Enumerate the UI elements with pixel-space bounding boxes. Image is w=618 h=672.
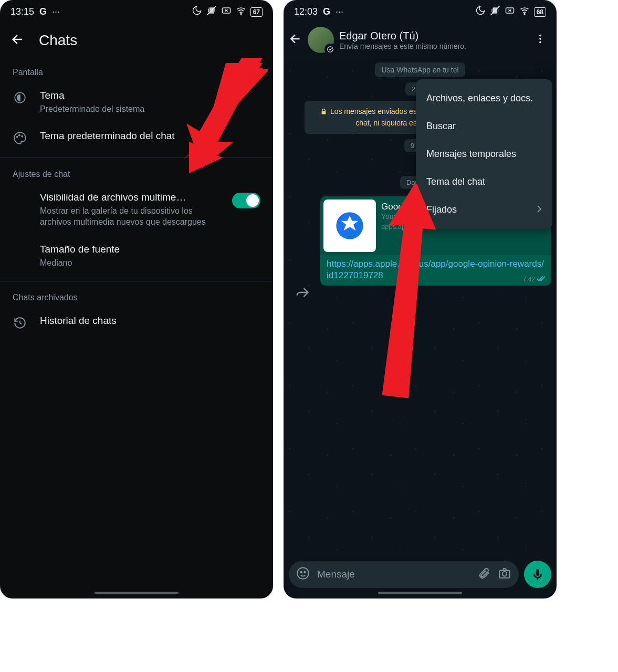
chat-name: Edgar Otero (Tú) xyxy=(339,30,525,42)
svg-point-4 xyxy=(17,136,18,138)
menu-item-search[interactable]: Buscar xyxy=(416,112,552,140)
chat-header-text[interactable]: Edgar Otero (Tú) Envía mensajes a este m… xyxy=(339,30,525,50)
moon-icon xyxy=(475,5,486,18)
input-placeholder: Mensaje xyxy=(317,569,470,580)
brightness-icon xyxy=(13,89,27,104)
svg-point-6 xyxy=(22,136,23,137)
signal-x-icon xyxy=(505,5,515,18)
status-bar: 12:03 G ··· 68 xyxy=(284,0,557,22)
message-time: 7:42 xyxy=(523,276,546,284)
svg-point-12 xyxy=(328,47,333,52)
attach-icon[interactable] xyxy=(478,567,490,582)
svg-point-14 xyxy=(539,38,541,40)
section-archivados: Chats archivados Historial de chats xyxy=(0,287,273,337)
setting-sub: Mediano xyxy=(40,257,260,269)
back-icon[interactable] xyxy=(289,32,302,48)
status-time: 12:03 xyxy=(294,6,318,17)
svg-point-5 xyxy=(19,135,20,136)
more-menu-icon[interactable] xyxy=(530,29,550,51)
wifi-icon xyxy=(519,5,530,18)
self-badge-icon xyxy=(324,44,336,55)
chat-header: Edgar Otero (Tú) Envía mensajes a este m… xyxy=(284,22,557,58)
svg-point-21 xyxy=(502,572,507,576)
setting-sub: Mostrar en la galería de tu dispositivo … xyxy=(40,205,219,228)
history-icon xyxy=(13,314,27,330)
message-input[interactable]: Mensaje xyxy=(289,561,519,588)
google-icon: G xyxy=(39,6,47,17)
setting-historial[interactable]: Historial de chats xyxy=(0,307,273,337)
setting-visibilidad[interactable]: Visibilidad de archivos multime… Mostrar… xyxy=(0,183,273,235)
signal-x-icon xyxy=(221,5,232,18)
nav-pill xyxy=(378,592,462,594)
forward-icon[interactable] xyxy=(295,285,310,302)
toggle-on[interactable] xyxy=(232,193,260,208)
wifi-icon xyxy=(236,5,246,18)
chat-subtitle: Envía mensajes a este mismo número. xyxy=(339,42,525,50)
avatar[interactable] xyxy=(308,27,334,53)
setting-title: Tamaño de fuente xyxy=(40,243,260,256)
vibrate-off-icon xyxy=(490,5,500,18)
read-ticks-icon xyxy=(537,276,546,284)
menu-item-temp-messages[interactable]: Mensajes temporales xyxy=(416,140,552,168)
settings-screen: 13:15 G ··· 67 Chats Pantalla xyxy=(0,0,273,598)
annotation-arrow xyxy=(184,58,273,178)
svg-point-15 xyxy=(539,41,541,44)
back-icon[interactable] xyxy=(11,32,25,49)
vibrate-off-icon xyxy=(206,5,217,18)
moon-icon xyxy=(192,5,202,18)
emoji-icon[interactable] xyxy=(296,566,310,582)
svg-point-18 xyxy=(301,572,302,573)
page-title: Chats xyxy=(39,32,77,49)
chat-body: Usa WhatsApp en tu tel 23 de Los mensaje… xyxy=(284,58,557,556)
svg-point-2 xyxy=(240,14,242,15)
svg-point-17 xyxy=(297,568,309,579)
mic-button[interactable] xyxy=(524,561,551,588)
svg-point-13 xyxy=(539,35,541,37)
more-dots: ··· xyxy=(52,6,60,17)
lock-icon xyxy=(320,107,327,118)
chevron-right-icon xyxy=(537,204,542,215)
setting-title: Visibilidad de archivos multime… xyxy=(40,191,219,204)
system-chip: Usa WhatsApp en tu tel xyxy=(375,62,465,77)
app-bar: Chats xyxy=(0,22,273,61)
svg-point-19 xyxy=(304,572,305,573)
section-ajustes: Ajustes de chat Visibilidad de archivos … xyxy=(0,163,273,276)
section-label: Chats archivados xyxy=(0,287,273,307)
annotation-arrow xyxy=(336,184,441,405)
divider xyxy=(0,281,273,281)
setting-title: Historial de chats xyxy=(40,314,260,328)
battery-icon: 68 xyxy=(534,7,546,17)
menu-item-media[interactable]: Archivos, enlaces y docs. xyxy=(416,85,552,112)
status-bar: 13:15 G ··· 67 xyxy=(0,0,273,22)
setting-fuente[interactable]: Tamaño de fuente Mediano xyxy=(0,235,273,276)
svg-point-11 xyxy=(524,14,525,15)
nav-pill xyxy=(95,592,179,594)
battery-icon: 67 xyxy=(250,7,263,17)
status-time: 13:15 xyxy=(11,6,34,17)
camera-icon[interactable] xyxy=(498,566,511,582)
more-dots: ··· xyxy=(336,6,343,17)
google-icon: G xyxy=(323,6,330,17)
chat-screen: 12:03 G ··· 68 Edgar Otero (Tú) Envía me… xyxy=(284,0,557,598)
palette-icon xyxy=(13,129,27,145)
